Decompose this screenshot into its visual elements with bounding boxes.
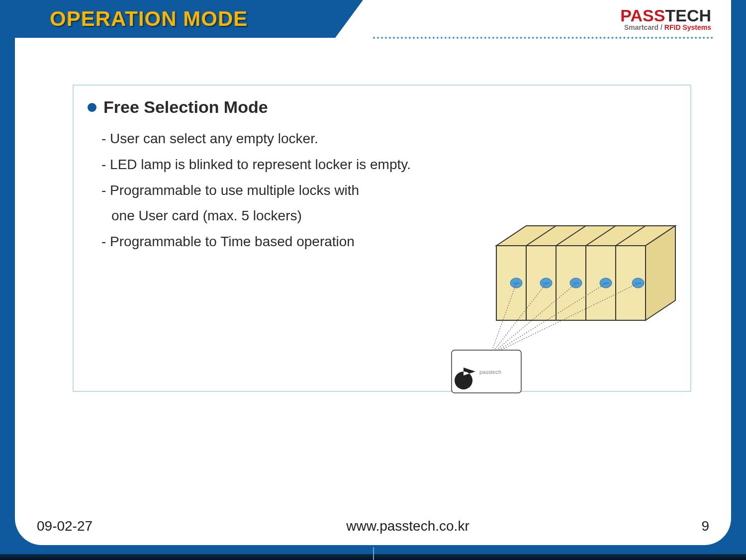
footer-url: www.passtech.co.kr [166,518,650,534]
bottom-tick-mark [373,547,374,560]
slide-footer: 09-02-27 www.passtech.co.kr 9 [15,518,731,534]
brand-name: PASSTECH [620,6,711,25]
brand-logo: PASSTECH Smartcard / RFID Systems [620,6,711,31]
section-heading-text: Free Selection Mode [103,97,268,117]
slide-title: OPERATION MODE [50,7,248,31]
locker-diagram: Lock Lock Lock Lock Lock [432,221,680,395]
section-heading: Free Selection Mode [88,97,676,117]
tagline-pre: Smartcard / [624,23,664,31]
svg-text:Lock: Lock [543,281,550,284]
slide-card: OPERATION MODE PASSTECH Smartcard / RFID… [15,0,731,545]
tagline-highlight: RFID Systems [664,23,711,31]
svg-text:passtech: passtech [479,369,501,375]
list-item: - User can select any empty locker. [101,126,676,152]
list-item: - LED lamp is blinked to represent locke… [101,152,676,178]
footer-page-number: 9 [650,518,709,534]
brand-suffix: TECH [665,6,711,25]
header-dots-divider [373,37,713,39]
locker-svg: Lock Lock Lock Lock Lock [432,221,680,395]
svg-marker-0 [496,226,675,246]
list-item: - Programmable to use multiple locks wit… [101,178,676,203]
svg-text:Lock: Lock [573,281,580,284]
footer-date: 09-02-27 [37,518,166,534]
bullet-icon [88,103,96,112]
svg-text:Lock: Lock [603,281,610,284]
brand-prefix: PASS [620,6,665,25]
title-bar: OPERATION MODE [15,0,363,38]
brand-tagline: Smartcard / RFID Systems [620,23,711,31]
content-panel: Free Selection Mode - User can select an… [73,85,691,392]
svg-text:Lock: Lock [513,281,520,284]
